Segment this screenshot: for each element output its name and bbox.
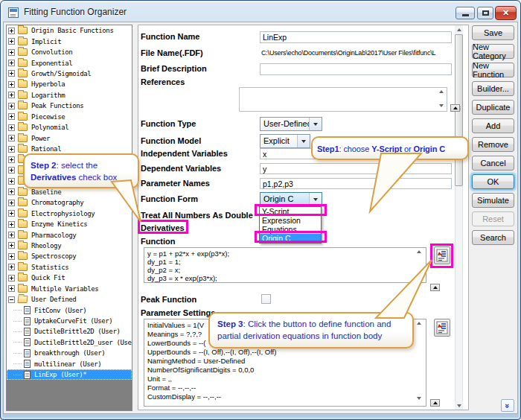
- expand-icon[interactable]: [8, 28, 15, 34]
- expand-icon[interactable]: [8, 210, 15, 217]
- tree-item-selected[interactable]: LinExp (User)*: [7, 369, 132, 380]
- dropdown-option-origin-c[interactable]: Origin C: [260, 234, 321, 243]
- expand-icon[interactable]: [8, 135, 15, 141]
- tree-item[interactable]: Rheology: [7, 241, 132, 251]
- builder-button[interactable]: Builder...: [472, 81, 514, 96]
- tree-item[interactable]: multilinear (User): [7, 359, 132, 369]
- tree-item[interactable]: User Defined: [7, 294, 132, 305]
- expand-icon[interactable]: [8, 60, 15, 66]
- tree-item[interactable]: Chromatography: [7, 197, 132, 208]
- references-scroll-down-icon[interactable]: [439, 104, 444, 107]
- expand-icon[interactable]: [8, 200, 15, 206]
- expand-icon[interactable]: [8, 81, 15, 88]
- add-button[interactable]: Add: [472, 118, 514, 133]
- tree-item[interactable]: FitConv (User): [7, 305, 132, 315]
- expand-icon[interactable]: [8, 70, 15, 77]
- edit-function-code-button[interactable]: [434, 246, 450, 264]
- tree-item[interactable]: Polynomial: [7, 122, 132, 133]
- cancel-button[interactable]: Cancel: [472, 156, 514, 171]
- expand-icon[interactable]: [8, 285, 15, 292]
- tree-item[interactable]: Implicit: [7, 36, 132, 46]
- chevron-down-icon[interactable]: [309, 193, 322, 206]
- expand-icon[interactable]: [8, 156, 15, 163]
- remove-button[interactable]: Remove: [472, 137, 514, 152]
- tree-item[interactable]: Exponential: [7, 57, 132, 68]
- tree-item[interactable]: breakthrough (User): [7, 348, 132, 358]
- chevron-down-icon[interactable]: [309, 118, 322, 130]
- panel-scroll-up-button[interactable]: [455, 25, 463, 34]
- expand-icon[interactable]: [8, 38, 15, 45]
- dropdown-option-equations[interactable]: Equations: [260, 225, 321, 234]
- expand-icon[interactable]: [8, 146, 15, 153]
- simulate-button[interactable]: Simulate: [472, 193, 514, 208]
- function-name-input[interactable]: LinExp: [260, 31, 452, 43]
- tree-item[interactable]: Electrophysiology: [7, 208, 132, 218]
- maximize-button[interactable]: [477, 7, 493, 19]
- peak-function-checkbox[interactable]: [261, 294, 271, 304]
- dropdown-option-y-script[interactable]: Y-Script: [260, 207, 321, 216]
- tree-item[interactable]: UptakeCurveFit (User): [7, 316, 132, 326]
- new-category-button[interactable]: New Category: [472, 44, 514, 59]
- expand-icon[interactable]: [8, 167, 15, 174]
- tree-item[interactable]: Piecewise: [7, 112, 132, 122]
- tree-item[interactable]: Power: [7, 133, 132, 143]
- expand-icon[interactable]: [8, 253, 15, 260]
- expand-icon[interactable]: [8, 113, 15, 120]
- more-options-button[interactable]: »: [501, 399, 514, 412]
- tree-item[interactable]: DuctileBrittle2D_user (User): [7, 337, 132, 348]
- tree-empty-area: [7, 380, 132, 410]
- settings-expand-button[interactable]: [430, 399, 440, 407]
- tree-item[interactable]: Pharmacology: [7, 229, 132, 240]
- parameter-names-input[interactable]: p1,p2,p3: [260, 178, 452, 189]
- expand-icon[interactable]: [8, 275, 15, 281]
- expand-icon[interactable]: [8, 178, 15, 185]
- tree-item[interactable]: Enzyme Kinetics: [7, 219, 132, 229]
- brief-description-input[interactable]: [260, 63, 452, 75]
- references-expand-button[interactable]: [450, 104, 460, 112]
- expand-icon[interactable]: [8, 232, 15, 238]
- expand-icon[interactable]: [8, 264, 15, 270]
- tree-item[interactable]: Quick Fit: [7, 273, 132, 283]
- expand-icon[interactable]: [8, 124, 15, 131]
- settings-scroll-down-icon[interactable]: [417, 397, 421, 400]
- expand-icon[interactable]: [8, 49, 15, 56]
- expand-icon[interactable]: [8, 221, 15, 228]
- tree-item[interactable]: Peak Functions: [7, 101, 132, 111]
- chevron-down-icon[interactable]: [297, 135, 310, 147]
- tree-item[interactable]: Spectroscopy: [7, 251, 132, 261]
- tree-item[interactable]: Logarithm: [7, 90, 132, 101]
- expand-icon[interactable]: [8, 188, 15, 195]
- function-scroll-up-icon[interactable]: [417, 250, 421, 253]
- function-form-select[interactable]: Origin C: [260, 192, 322, 206]
- new-function-button[interactable]: New Function: [472, 63, 514, 77]
- tree-item[interactable]: Multiple Variables: [7, 284, 132, 294]
- function-scroll-down-icon[interactable]: [417, 276, 421, 279]
- tree-item[interactable]: Hyperbola: [7, 79, 132, 89]
- ok-button[interactable]: OK: [472, 174, 514, 189]
- tree-item[interactable]: Statistics: [7, 262, 132, 273]
- minimize-button[interactable]: [456, 7, 475, 19]
- references-scroll-up-icon[interactable]: [439, 90, 444, 93]
- save-button[interactable]: Save: [472, 25, 514, 40]
- expand-icon[interactable]: [8, 92, 15, 98]
- expand-icon[interactable]: [8, 242, 15, 249]
- function-model-select[interactable]: Explicit: [260, 134, 310, 148]
- function-code-box[interactable]: y = p1 + p2*x + exp(p3*x); dy_p1 = 1; dy…: [144, 247, 426, 283]
- tree-item[interactable]: Convolution: [7, 47, 132, 57]
- tree-item[interactable]: Growth/Sigmoidal: [7, 69, 132, 79]
- references-textarea[interactable]: [239, 87, 447, 112]
- collapse-icon[interactable]: [8, 296, 15, 303]
- search-button[interactable]: Search: [472, 230, 514, 245]
- tree-item[interactable]: Origin Basic Functions: [7, 25, 132, 36]
- dropdown-option-expression[interactable]: Expression: [260, 216, 321, 225]
- function-expand-button[interactable]: [430, 284, 440, 291]
- settings-scroll-up-icon[interactable]: [417, 322, 421, 325]
- close-button[interactable]: ✕: [495, 6, 517, 20]
- duplicate-button[interactable]: Duplicate: [472, 100, 514, 115]
- edit-parameter-settings-button[interactable]: [434, 319, 450, 337]
- function-type-select[interactable]: User-Defined: [260, 117, 322, 131]
- dependent-variables-input[interactable]: y: [260, 163, 452, 174]
- tree-item[interactable]: DuctileBrittle2D (User): [7, 326, 132, 337]
- expand-icon[interactable]: [8, 103, 15, 109]
- panel-scroll-down-button[interactable]: [455, 401, 463, 410]
